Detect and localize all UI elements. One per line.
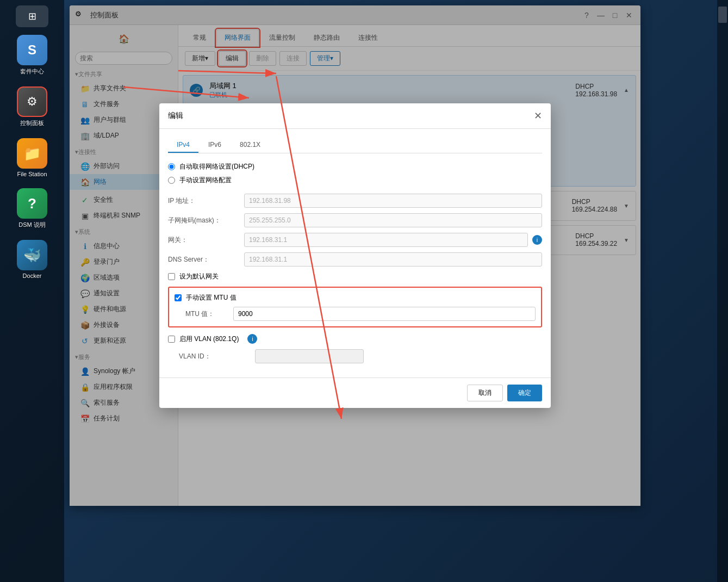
gateway-label: 网关： bbox=[168, 236, 244, 245]
app-docker[interactable]: 🐳 Docker bbox=[10, 237, 54, 282]
dns-input[interactable] bbox=[244, 252, 542, 267]
vlan-id-input[interactable] bbox=[255, 349, 364, 363]
control-icon: ⚙ bbox=[17, 86, 47, 117]
subnet-row: 子网掩码(mask)： bbox=[168, 213, 542, 227]
ip-input[interactable] bbox=[244, 194, 542, 208]
vlan-checkbox[interactable] bbox=[168, 336, 175, 343]
auto-dhcp-radio[interactable] bbox=[168, 163, 175, 170]
mtu-value-row: MTU 值： 9000 4000 1500 bbox=[175, 307, 536, 321]
auto-dhcp-option[interactable]: 自动取得网络设置(DHCP) bbox=[168, 162, 542, 171]
auto-dhcp-label: 自动取得网络设置(DHCP) bbox=[179, 162, 254, 171]
dialog-tab-8021x[interactable]: 802.1X bbox=[231, 138, 269, 153]
gateway-row: 网关： i bbox=[168, 233, 542, 247]
default-gateway-label: 设为默认网关 bbox=[179, 272, 219, 281]
desktop: ⊞ S 套件中心 ⚙ 控制面板 📁 File Station ? DSM 说明 bbox=[0, 0, 728, 582]
app-filestation[interactable]: 📁 File Station bbox=[10, 135, 54, 181]
docker-label: Docker bbox=[23, 273, 42, 279]
manual-config-label: 手动设置网络配置 bbox=[179, 176, 232, 185]
mtu-checkbox[interactable] bbox=[175, 294, 182, 301]
gateway-info-icon[interactable]: i bbox=[532, 235, 542, 245]
dsm-label: DSM 说明 bbox=[18, 221, 46, 229]
default-gateway-row: 设为默认网关 bbox=[168, 272, 542, 281]
vlan-id-row: VLAN ID： bbox=[168, 349, 542, 363]
dns-label: DNS Server： bbox=[168, 255, 244, 264]
app-control[interactable]: ⚙ 控制面板 bbox=[10, 83, 54, 131]
right-scroll-indicator bbox=[718, 7, 727, 23]
dialog-body: IPv4 IPv6 802.1X 自动取得网络设置(DHCP) bbox=[159, 129, 551, 377]
default-gateway-checkbox[interactable] bbox=[168, 273, 175, 280]
dialog-titlebar: 编辑 ✕ bbox=[159, 103, 551, 129]
vlan-section: 启用 VLAN (802.1Q) i VLAN ID： bbox=[168, 334, 542, 363]
vlan-id-label: VLAN ID： bbox=[179, 352, 255, 361]
dialog-tab-ipv4[interactable]: IPv4 bbox=[168, 138, 198, 153]
cancel-button[interactable]: 取消 bbox=[467, 385, 503, 401]
dialog-tab-ipv6[interactable]: IPv6 bbox=[200, 138, 230, 153]
taskbar-right bbox=[717, 0, 728, 582]
ip-row: IP 地址： bbox=[168, 194, 542, 208]
dialog-footer: 取消 确定 bbox=[159, 377, 551, 408]
dns-row: DNS Server： bbox=[168, 252, 542, 267]
dsm-icon: ? bbox=[17, 188, 47, 219]
mtu-select[interactable]: 9000 4000 1500 bbox=[233, 307, 536, 321]
docker-icon: 🐳 bbox=[17, 240, 47, 270]
vlan-label: 启用 VLAN (802.1Q) bbox=[179, 335, 239, 344]
mtu-label: MTU 值： bbox=[185, 309, 229, 319]
manual-config-radio[interactable] bbox=[168, 177, 175, 184]
mtu-checkbox-row: 手动设置 MTU 值 bbox=[175, 293, 536, 302]
grid-icon[interactable]: ⊞ bbox=[16, 5, 48, 27]
filestation-icon: 📁 bbox=[17, 138, 47, 169]
dialog-tabs: IPv4 IPv6 802.1X bbox=[168, 138, 542, 153]
vlan-checkbox-row: 启用 VLAN (802.1Q) i bbox=[168, 334, 542, 344]
manual-config-option[interactable]: 手动设置网络配置 bbox=[168, 176, 542, 185]
mtu-section: 手动设置 MTU 值 MTU 值： 9000 4000 1500 bbox=[168, 287, 542, 327]
dialog-title: 编辑 bbox=[168, 111, 534, 121]
dialog-overlay: 编辑 ✕ IPv4 IPv6 802.1X bbox=[70, 5, 640, 506]
dialog-close-button[interactable]: ✕ bbox=[534, 110, 542, 122]
ip-label: IP 地址： bbox=[168, 196, 244, 206]
subnet-label-form: 子网掩码(mask)： bbox=[168, 216, 244, 225]
suite-label: 套件中心 bbox=[20, 67, 44, 76]
edit-dialog: 编辑 ✕ IPv4 IPv6 802.1X bbox=[159, 103, 551, 408]
window-area: ⚙ 控制面板 ? — □ ✕ 🏠 bbox=[64, 0, 728, 582]
app-suite[interactable]: S 套件中心 bbox=[10, 32, 54, 79]
ok-button[interactable]: 确定 bbox=[507, 385, 542, 401]
control-panel-window: ⚙ 控制面板 ? — □ ✕ 🏠 bbox=[70, 5, 640, 506]
gateway-input[interactable] bbox=[244, 233, 528, 247]
app-dsm[interactable]: ? DSM 说明 bbox=[10, 185, 54, 232]
suite-icon: S bbox=[17, 35, 47, 65]
ip-config-radio-group: 自动取得网络设置(DHCP) 手动设置网络配置 bbox=[168, 162, 542, 185]
mtu-checkbox-label: 手动设置 MTU 值 bbox=[186, 293, 237, 302]
filestation-label: File Station bbox=[17, 171, 47, 177]
control-label: 控制面板 bbox=[20, 119, 44, 127]
vlan-info-icon[interactable]: i bbox=[247, 334, 257, 344]
taskbar-left: ⊞ S 套件中心 ⚙ 控制面板 📁 File Station ? DSM 说明 bbox=[0, 0, 64, 582]
subnet-input[interactable] bbox=[244, 213, 542, 227]
